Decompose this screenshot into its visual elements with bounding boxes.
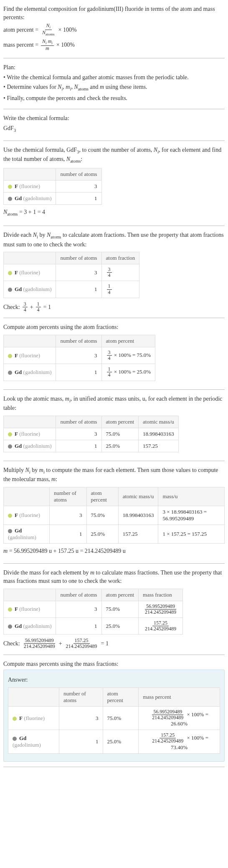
element-dot-icon [13,717,17,721]
element-dot-icon [8,625,12,629]
answer-label: Answer: [8,676,220,684]
final-section: Compute mass percents using the mass fra… [3,660,225,767]
element-dot-icon [8,607,12,612]
table-row: Gd (gadolinium) 1 25.0% 157.25214.245209… [8,730,220,753]
mass-compute-section: Multiply Ni by mi to compute the mass fo… [3,466,225,564]
massfrac-section: Divide the mass for each element by m to… [3,569,225,655]
formula-heading: Write the chemical formula: [3,114,225,123]
molecular-mass-equation: m = 56.995209489 u + 157.25 u = 214.2452… [3,547,225,555]
table-row: F (fluorine) 3 75.0% 18.998403163 3 × 18… [4,506,225,524]
table-row: Gd (gadolinium) 1 14 [4,281,139,298]
element-dot-icon [8,444,12,449]
mass-lookup-section: Look up the atomic mass, mi, in unified … [3,395,225,461]
table-row: F (fluorine) 3 75.0% 56.995209489214.245… [4,601,183,617]
answer-box: Answer: number of atomsatom percentmass … [3,670,225,761]
chemical-formula: GdF3 [3,124,225,133]
plan-bullet: • Write the chemical formula and gather … [3,73,225,82]
check-line: Check: 56.995209489214.245209489 + 157.2… [3,638,225,649]
intro-prompt: Find the elemental composition for gadol… [3,5,225,21]
fraction: Ni Natoms [41,23,56,37]
atompercent-section: Compute atom percents using the atom fra… [3,323,225,389]
plan-bullet: • Finally, compute the percents and chec… [3,94,225,103]
atompercent-table: number of atomsatom percent F (fluorine)… [3,335,155,381]
element-dot-icon [8,371,12,375]
count-text: Use the chemical formula, GdF3, to count… [3,146,225,165]
table-row: Gd (gadolinium) 1 14 × 100% = 25.0% [4,364,155,381]
table-row: F (fluorine) 3 75.0% 56.995209489214.245… [8,706,220,730]
count-section: Use the chemical formula, GdF3, to count… [3,146,225,226]
plan-section: Plan: • Write the chemical formula and g… [3,63,225,109]
element-dot-icon [8,185,12,189]
mass-lookup-text: Look up the atomic mass, mi, in unified … [3,395,225,412]
atom-percent-formula: atom percent = Ni Natoms × 100% [3,23,225,37]
element-dot-icon [8,432,12,437]
fraction: Ni mi m [41,39,54,51]
table-row: Gd (gadolinium) 1 [4,192,102,204]
mass-compute-table: number of atomsatom percentatomic mass/u… [3,487,225,544]
massfrac-text: Divide the mass for each element by m to… [3,569,225,585]
mass-compute-text: Multiply Ni by mi to compute the mass fo… [3,466,225,484]
element-dot-icon [8,514,12,518]
element-dot-icon [8,288,12,292]
formula-section: Write the chemical formula: GdF3 [3,114,225,140]
mass-percent-formula: mass percent = Ni mi m × 100% [3,39,225,51]
plan-bullet: • Determine values for Ni, mi, Natoms an… [3,83,225,92]
plan-heading: Plan: [3,63,225,72]
table-row: F (fluorine) 3 34 [4,264,139,281]
final-text: Compute mass percents using the mass fra… [3,660,225,668]
massfrac-table: number of atomsatom percentmass fraction… [3,589,183,635]
atompercent-text: Compute atom percents using the atom fra… [3,323,225,331]
table-row: Gd (gadolinium) 1 25.0% 157.25214.245209… [4,617,183,634]
element-dot-icon [13,737,17,741]
table-row: F (fluorine) 3 75.0% 18.998403163 [4,428,179,440]
element-dot-icon [8,197,12,201]
check-line: Check: 34 + 14 = 1 [3,301,225,313]
natoms-equation: Natoms = 3 + 1 = 4 [3,208,225,217]
element-dot-icon [8,354,12,358]
table-row: Gd (gadolinium) 1 25.0% 157.25 1 × 157.2… [4,524,225,543]
table-row: F (fluorine) 3 [4,180,102,192]
table-row: Gd (gadolinium) 1 25.0% 157.25 [4,440,179,452]
atoms-table: number of atoms F (fluorine) 3 Gd (gadol… [3,168,102,205]
table-row: F (fluorine) 3 34 × 100% = 75.0% [4,347,155,364]
intro-section: Find the elemental composition for gadol… [3,5,225,58]
answer-table: number of atomsatom percentmass percent … [8,687,220,754]
atomfrac-table: number of atomsatom fraction F (fluorine… [3,252,139,298]
atomfrac-text: Divide each Ni by Natoms to calculate at… [3,231,225,248]
element-dot-icon [8,271,12,275]
element-dot-icon [8,529,12,533]
atomfrac-section: Divide each Ni by Natoms to calculate at… [3,231,225,318]
mass-lookup-table: number of atomsatom percentatomic mass/u… [3,416,179,452]
